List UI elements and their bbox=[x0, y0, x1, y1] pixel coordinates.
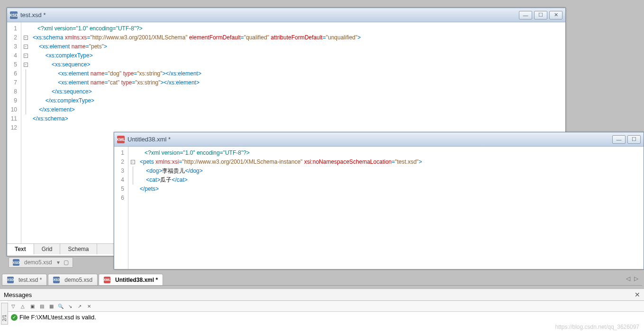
file-tab-label: Untitled38.xml * bbox=[115, 277, 158, 283]
line-gutter: 123456789101112 bbox=[7, 22, 21, 243]
messages-side-label[interactable]: 2/1 bbox=[1, 303, 8, 325]
code-editor[interactable]: 123456 − <?xml version="1.0" encoding="U… bbox=[114, 147, 644, 269]
minimize-button[interactable]: — bbox=[612, 135, 626, 144]
window-controls: — ☐ ✕ bbox=[519, 11, 562, 19]
chevron-down-icon[interactable]: ▾ bbox=[57, 259, 60, 266]
find-next-icon[interactable]: ↘ bbox=[66, 302, 74, 310]
background-tab-label: demo5.xsd bbox=[24, 259, 52, 266]
window-controls: — ☐ bbox=[612, 135, 641, 144]
watermark-text: https://blog.csdn.net/qq_3626097 bbox=[555, 324, 639, 330]
fold-toggle-icon[interactable]: − bbox=[24, 54, 28, 58]
tab-nav-arrows: ◁ ▷ bbox=[626, 275, 638, 282]
minimize-button[interactable]: — bbox=[519, 11, 532, 19]
close-tab-icon[interactable]: ▢ bbox=[63, 259, 69, 266]
xsd-file-icon: XSD bbox=[13, 259, 19, 266]
file-tab-label: test.xsd * bbox=[18, 277, 42, 283]
file-tabs: XSD test.xsd * XSD demo5.xsd XML Untitle… bbox=[2, 273, 642, 286]
xsd-file-icon: XSD bbox=[7, 277, 14, 283]
messages-panel: Messages ✕ 2/1 ▽ △ ▣ ▤ ▦ 🔍 ↘ ↗ ✕ ✓ File … bbox=[0, 288, 644, 335]
fold-toggle-icon[interactable]: − bbox=[24, 36, 28, 40]
code-content[interactable]: <?xml version="1.0" encoding="UTF-8"?> <… bbox=[137, 147, 425, 269]
copy-all-icon[interactable]: ▤ bbox=[37, 302, 46, 310]
fold-toggle-icon[interactable]: − bbox=[24, 63, 28, 67]
fold-column: − bbox=[128, 147, 137, 269]
xsd-file-icon: XSD bbox=[53, 277, 60, 283]
background-tab[interactable]: XSD demo5.xsd ▾ ▢ bbox=[9, 257, 73, 268]
messages-title: Messages bbox=[4, 291, 32, 298]
titlebar[interactable]: XSD test.xsd * — ☐ ✕ bbox=[7, 8, 565, 22]
window-title: test.xsd * bbox=[20, 11, 519, 19]
fold-column: − − − − bbox=[21, 22, 30, 243]
save-icon[interactable]: ▦ bbox=[47, 302, 55, 310]
fold-toggle-icon[interactable]: − bbox=[24, 45, 28, 49]
view-tab-schema[interactable]: Schema bbox=[60, 244, 97, 254]
file-tab-demo5xsd[interactable]: XSD demo5.xsd bbox=[48, 274, 98, 285]
view-tab-text[interactable]: Text bbox=[7, 244, 34, 254]
window-title: Untitled38.xml * bbox=[127, 136, 612, 143]
xml-file-icon: XML bbox=[117, 136, 125, 143]
close-panel-icon[interactable]: ✕ bbox=[635, 291, 640, 298]
messages-toolbar: ▽ △ ▣ ▤ ▦ 🔍 ↘ ↗ ✕ bbox=[7, 301, 644, 312]
nav-up-icon[interactable]: ▽ bbox=[9, 302, 18, 310]
nav-right-icon[interactable]: ▷ bbox=[634, 275, 638, 282]
close-button[interactable]: ✕ bbox=[549, 11, 562, 19]
find-prev-icon[interactable]: ↗ bbox=[75, 302, 84, 310]
maximize-button[interactable]: ☐ bbox=[534, 11, 547, 19]
file-tab-testxsd[interactable]: XSD test.xsd * bbox=[2, 274, 47, 285]
find-icon[interactable]: 🔍 bbox=[56, 302, 65, 310]
xml-file-icon: XML bbox=[104, 277, 110, 283]
clear-icon[interactable]: ✕ bbox=[85, 302, 93, 310]
messages-body: ✓ File F:\XML\test.xsd is valid. bbox=[7, 312, 644, 323]
success-icon: ✓ bbox=[11, 314, 18, 321]
nav-down-icon[interactable]: △ bbox=[18, 302, 27, 310]
nav-left-icon[interactable]: ◁ bbox=[626, 275, 630, 282]
xsd-file-icon: XSD bbox=[10, 11, 18, 19]
fold-toggle-icon[interactable]: − bbox=[131, 160, 135, 164]
messages-header: Messages ✕ bbox=[0, 288, 644, 301]
editor-window-xml: XML Untitled38.xml * — ☐ 123456 − <?xml … bbox=[114, 132, 644, 270]
file-tab-untitled38[interactable]: XML Untitled38.xml * bbox=[99, 274, 163, 285]
copy-icon[interactable]: ▣ bbox=[28, 302, 36, 310]
validation-message: File F:\XML\test.xsd is valid. bbox=[19, 314, 96, 321]
view-tab-grid[interactable]: Grid bbox=[34, 244, 61, 254]
titlebar[interactable]: XML Untitled38.xml * — ☐ bbox=[114, 132, 644, 147]
maximize-button[interactable]: ☐ bbox=[627, 135, 641, 144]
line-gutter: 123456 bbox=[114, 147, 128, 269]
file-tab-label: demo5.xsd bbox=[64, 277, 92, 283]
